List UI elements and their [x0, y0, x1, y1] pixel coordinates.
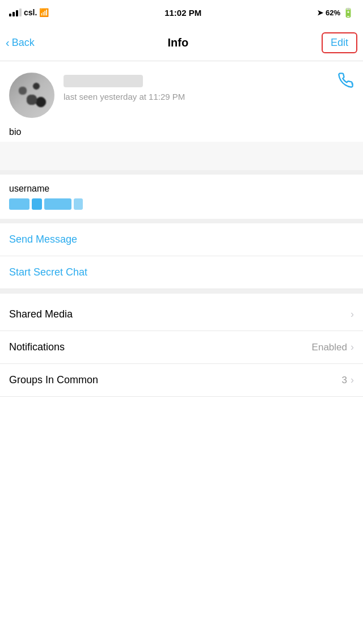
action-section: Send Message Start Secret Chat — [0, 223, 363, 289]
notifications-label: Notifications — [9, 341, 65, 353]
call-button[interactable] — [338, 73, 354, 92]
status-time: 11:02 PM — [164, 8, 201, 18]
username-blur-3 — [44, 198, 71, 210]
location-icon: ➤ — [317, 9, 323, 17]
notifications-chevron-icon: › — [351, 341, 354, 353]
username-value — [9, 198, 354, 210]
start-secret-chat-label: Start Secret Chat — [9, 266, 87, 278]
bio-label: bio — [9, 127, 354, 137]
page-title: Info — [168, 36, 189, 49]
bio-empty-area — [0, 142, 363, 170]
settings-section: Shared Media › Notifications Enabled › G… — [0, 298, 363, 397]
signal-bar-1 — [9, 14, 11, 16]
send-message-label: Send Message — [9, 234, 77, 245]
notifications-value: Enabled — [312, 342, 347, 353]
shared-media-label: Shared Media — [9, 308, 73, 320]
groups-in-common-label: Groups In Common — [9, 374, 98, 386]
status-right: ➤ 62% 🔋 — [317, 7, 354, 18]
send-message-button[interactable]: Send Message — [0, 223, 363, 256]
signal-bars — [9, 9, 22, 16]
back-chevron-icon: ‹ — [6, 36, 10, 49]
edit-button[interactable]: Edit — [322, 32, 357, 53]
shared-media-right: › — [351, 308, 354, 320]
back-label: Back — [12, 37, 35, 49]
shared-media-chevron-icon: › — [351, 308, 354, 320]
username-blur-1 — [9, 198, 29, 210]
signal-bar-4 — [19, 9, 22, 16]
avatar-image — [9, 73, 54, 118]
username-blur-2 — [32, 198, 42, 210]
wifi-icon: 📶 — [39, 8, 49, 17]
username-section: username — [0, 175, 363, 219]
profile-name-blurred — [64, 75, 143, 87]
section-divider-2 — [0, 219, 363, 223]
battery-percent: 62% — [326, 9, 340, 17]
signal-bar-2 — [12, 12, 15, 16]
avatar — [9, 73, 54, 118]
battery-icon: 🔋 — [343, 7, 354, 18]
back-button[interactable]: ‹ Back — [6, 36, 35, 49]
profile-status: last seen yesterday at 11:29 PM — [64, 92, 354, 101]
notifications-right: Enabled › — [312, 341, 354, 353]
shared-media-row[interactable]: Shared Media › — [0, 298, 363, 331]
groups-in-common-right: 3 › — [342, 374, 354, 386]
notifications-row[interactable]: Notifications Enabled › — [0, 331, 363, 364]
profile-info: last seen yesterday at 11:29 PM — [54, 73, 354, 101]
status-left: csl. 📶 — [9, 8, 49, 17]
bio-section: bio — [0, 118, 363, 137]
groups-in-common-chevron-icon: › — [351, 374, 354, 386]
start-secret-chat-button[interactable]: Start Secret Chat — [0, 256, 363, 289]
signal-bar-3 — [16, 10, 18, 16]
carrier-label: csl. — [24, 8, 37, 17]
profile-section: last seen yesterday at 11:29 PM — [0, 61, 363, 118]
nav-bar: ‹ Back Info Edit — [0, 25, 363, 61]
status-bar: csl. 📶 11:02 PM ➤ 62% 🔋 — [0, 0, 363, 25]
username-label: username — [9, 184, 354, 194]
section-divider-3 — [0, 289, 363, 294]
groups-in-common-row[interactable]: Groups In Common 3 › — [0, 364, 363, 397]
groups-in-common-value: 3 — [342, 375, 347, 386]
username-blur-4 — [74, 198, 83, 210]
section-divider-1 — [0, 170, 363, 175]
